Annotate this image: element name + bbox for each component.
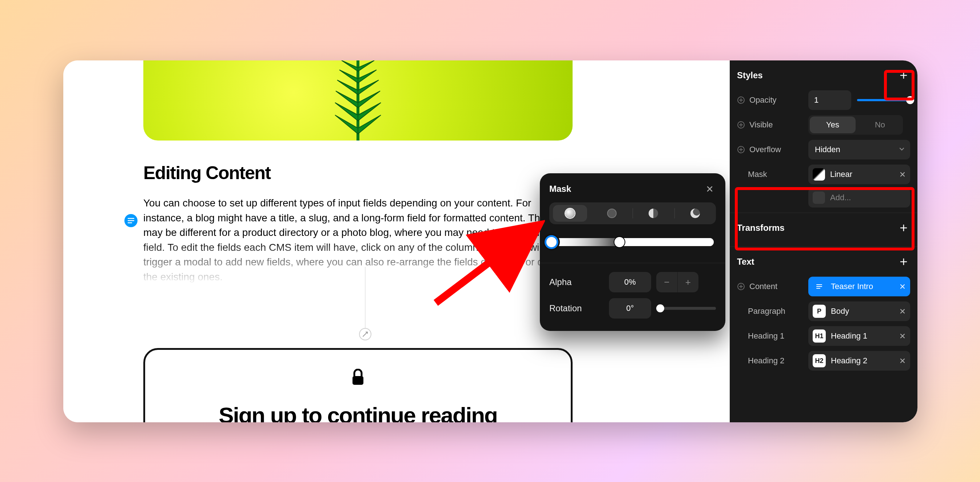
lock-icon (351, 369, 365, 386)
overflow-select[interactable]: Hidden (808, 140, 910, 160)
add-transform-button[interactable] (897, 221, 910, 235)
mask-linear-chip[interactable]: Linear (808, 164, 910, 184)
rotation-label: Rotation (549, 303, 604, 313)
opacity-input[interactable]: 1 (808, 90, 851, 110)
add-style-button[interactable] (897, 69, 910, 82)
transforms-title: Transforms (737, 223, 785, 233)
mask-type-conic[interactable] (675, 209, 716, 218)
plus-circle-icon[interactable] (737, 282, 745, 290)
h1-style-row: Heading 1 H1 Heading 1 (737, 326, 910, 346)
paragraph-icon[interactable] (124, 214, 137, 227)
mask-add-chip[interactable]: Add... (808, 188, 910, 207)
text-section-header: Text (737, 247, 910, 277)
gradient-fill (552, 238, 714, 246)
opacity-thumb[interactable] (906, 96, 914, 104)
selection-knob[interactable] (359, 328, 371, 340)
plus-circle-icon[interactable] (737, 145, 745, 154)
chevron-down-icon (899, 145, 905, 154)
paragraph-style-value: Body (831, 306, 894, 316)
remove-h1-style-icon[interactable] (899, 333, 906, 339)
content-label: Content (749, 282, 777, 291)
visible-no[interactable]: No (857, 115, 903, 135)
design-canvas[interactable]: Editing Content You can choose to set up… (63, 61, 730, 422)
mask-popover: Mask (540, 173, 725, 331)
visible-row: Visible Yes No (737, 115, 910, 135)
article-heading: Editing Content (143, 162, 565, 184)
rotation-thumb[interactable] (656, 304, 664, 312)
h1-style-value: Heading 1 (831, 331, 894, 341)
overflow-label: Overflow (749, 145, 781, 154)
h2-style-value: Heading 2 (831, 356, 894, 365)
close-icon[interactable] (703, 183, 716, 195)
remove-paragraph-style-icon[interactable] (899, 308, 906, 314)
paragraph-style-label: Paragraph (748, 306, 785, 316)
mask-type-segmented[interactable] (549, 203, 716, 224)
article-paragraph: You can choose to set up different types… (143, 196, 565, 285)
h1-tag-badge: H1 (813, 329, 826, 343)
rotation-slider[interactable] (656, 307, 716, 310)
styles-section-header: Styles (737, 61, 910, 90)
hero-image[interactable] (143, 61, 573, 140)
h2-tag-badge: H2 (813, 354, 826, 367)
p-tag-badge: P (813, 305, 826, 318)
rotation-input[interactable]: 0° (609, 298, 651, 319)
opacity-row: Opacity 1 (737, 90, 910, 110)
alpha-increment[interactable]: + (677, 272, 699, 292)
h1-style-chip[interactable]: H1 Heading 1 (808, 326, 910, 346)
content-variable-chip[interactable]: Teaser Intro (808, 277, 910, 296)
paragraph-style-chip[interactable]: P Body (808, 302, 910, 321)
mask-swatch (813, 168, 825, 180)
overflow-row: Overflow Hidden (737, 140, 910, 160)
paragraph-style-row: Paragraph P Body (737, 302, 910, 321)
gradient-stop-end[interactable] (614, 237, 625, 247)
paragraph-icon (813, 280, 826, 293)
mask-add-swatch (813, 192, 825, 204)
app-window: Editing Content You can choose to set up… (63, 61, 918, 422)
text-title: Text (737, 257, 754, 267)
h1-style-label: Heading 1 (748, 331, 784, 341)
fern-illustration (331, 61, 385, 140)
visible-toggle[interactable]: Yes No (808, 115, 903, 135)
h2-style-label: Heading 2 (748, 356, 784, 365)
h2-style-chip[interactable]: H2 Heading 2 (808, 351, 910, 370)
mask-chip-label: Linear (830, 170, 894, 179)
content-row: Content Teaser Intro (737, 277, 910, 296)
gradient-track[interactable] (552, 238, 714, 246)
content-chip-label: Teaser Intro (831, 282, 894, 291)
h2-style-row: Heading 2 H2 Heading 2 (737, 351, 910, 370)
plus-circle-icon[interactable] (737, 96, 745, 104)
remove-h2-style-icon[interactable] (899, 358, 906, 364)
remove-mask-icon[interactable] (899, 171, 906, 178)
overflow-value: Hidden (815, 145, 840, 154)
styles-title: Styles (737, 70, 763, 80)
signup-heading: Sign up to continue reading (145, 402, 571, 422)
text-selection-handle[interactable] (358, 267, 372, 340)
alpha-input[interactable]: 0% (609, 272, 651, 292)
mask-add-label: Add... (830, 193, 906, 203)
mask-type-radial[interactable] (549, 205, 591, 222)
signup-card[interactable]: Sign up to continue reading (143, 348, 573, 422)
alpha-stepper[interactable]: − + (656, 272, 698, 292)
remove-content-icon[interactable] (899, 283, 906, 290)
mask-type-solid[interactable] (591, 209, 633, 218)
opacity-label: Opacity (749, 96, 776, 105)
mask-label: Mask (748, 170, 767, 179)
mask-row: Mask Linear Add... (737, 164, 910, 207)
transforms-section-header: Transforms (737, 213, 910, 243)
opacity-slider[interactable] (857, 99, 910, 101)
svg-rect-3 (353, 376, 363, 385)
alpha-label: Alpha (549, 277, 604, 287)
mask-type-linear[interactable] (633, 209, 675, 218)
article-block[interactable]: Editing Content You can choose to set up… (143, 162, 565, 285)
visible-yes[interactable]: Yes (810, 117, 856, 133)
popover-title: Mask (549, 184, 571, 194)
visible-label: Visible (749, 120, 773, 129)
inspector-panel: Styles Opacity 1 (730, 61, 918, 422)
alpha-decrement[interactable]: − (656, 272, 677, 292)
add-text-button[interactable] (897, 255, 910, 268)
gradient-stop-start[interactable] (546, 237, 557, 247)
plus-circle-icon[interactable] (737, 121, 745, 129)
